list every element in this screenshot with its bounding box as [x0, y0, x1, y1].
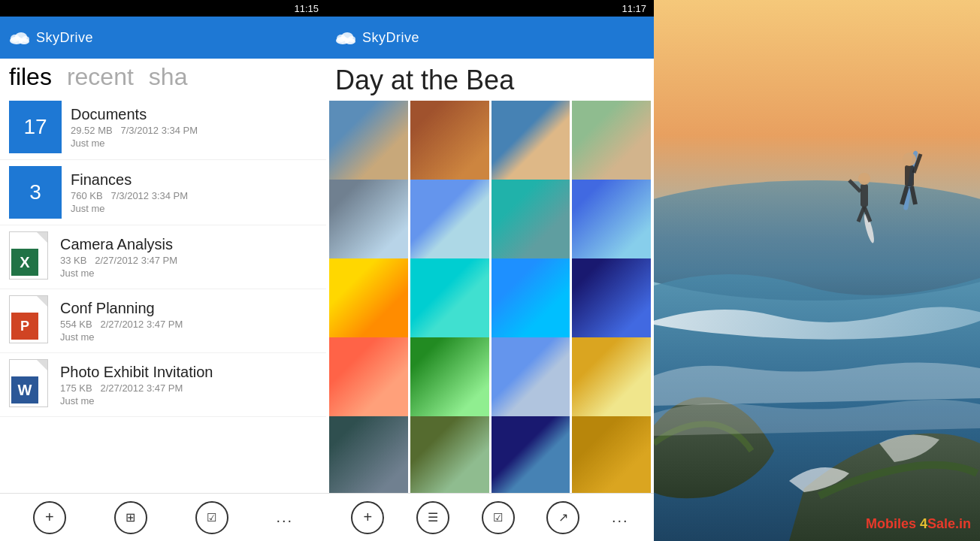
- file-list: 17 Documents 29.52 MB 7/3/2012 3:34 PM J…: [0, 92, 326, 493]
- panel-gallery: 11:17 SkyDrive Day at the Bea: [326, 0, 654, 541]
- file-owner-finances: Just me: [71, 203, 317, 214]
- file-info-camera: Camera Analysis 33 KB 2/27/2012 3:47 PM …: [60, 236, 317, 279]
- photo-thumb-4[interactable]: [572, 101, 651, 180]
- list-view-button[interactable]: ☰: [416, 501, 449, 534]
- file-name-documents: Documents: [71, 106, 317, 123]
- add-button-panel1[interactable]: +: [33, 501, 66, 534]
- photo-thumb-3[interactable]: [492, 101, 570, 180]
- svg-point-14: [858, 173, 870, 185]
- file-owner-exhibit: Just me: [60, 395, 317, 407]
- photo-thumb-1[interactable]: [329, 101, 408, 180]
- file-meta-camera: 33 KB 2/27/2012 3:47 PM: [60, 255, 317, 266]
- list-item[interactable]: P Conf Planning 554 KB 2/27/2012 3:47 PM…: [0, 289, 326, 353]
- file-icon-excel: X: [9, 231, 51, 283]
- file-owner-conf: Just me: [60, 331, 317, 343]
- bottom-toolbar-panel2: + ☰ ☑ ↗ ...: [326, 493, 654, 541]
- file-owner-camera: Just me: [60, 267, 317, 279]
- file-name-camera: Camera Analysis: [60, 236, 317, 253]
- photo-thumb-18[interactable]: [410, 416, 489, 493]
- select-button-panel2[interactable]: ☑: [482, 501, 515, 534]
- file-name-finances: Finances: [71, 171, 317, 189]
- share-button[interactable]: ↗: [546, 501, 579, 534]
- svg-rect-13: [861, 184, 868, 207]
- skydrive-logo-icon: [9, 30, 30, 45]
- file-info-conf: Conf Planning 554 KB 2/27/2012 3:47 PM J…: [60, 300, 317, 343]
- photo-thumb-2[interactable]: [410, 101, 489, 180]
- photo-thumb-5[interactable]: [329, 180, 408, 258]
- photo-thumb-11[interactable]: [492, 258, 570, 337]
- panel-files: 11:15 SkyDrive files recent sha 17 Docum…: [0, 0, 326, 541]
- header-bar-panel1: SkyDrive: [0, 17, 326, 59]
- grid-icon: ⊞: [126, 510, 135, 524]
- list-item[interactable]: 3 Finances 760 KB 7/3/2012 3:34 PM Just …: [0, 160, 326, 225]
- folder-count-finances: 3: [29, 180, 41, 204]
- time-panel2: 11:17: [622, 3, 646, 14]
- more-menu-panel2[interactable]: ...: [612, 509, 629, 526]
- photo-thumb-6[interactable]: [410, 180, 489, 258]
- time-panel1: 11:15: [294, 3, 319, 14]
- file-icon-ppt: P: [9, 295, 51, 346]
- svg-point-9: [348, 36, 355, 42]
- photo-thumb-19[interactable]: [492, 416, 570, 493]
- photo-thumb-15[interactable]: [492, 337, 570, 416]
- photo-thumb-8[interactable]: [572, 180, 651, 258]
- tab-recent[interactable]: recent: [67, 65, 134, 89]
- file-meta-exhibit: 175 KB 2/27/2012 3:47 PM: [60, 382, 317, 394]
- panel-large-photo: Mobiles 4Sale.in: [654, 0, 980, 541]
- list-item[interactable]: X Camera Analysis 33 KB 2/27/2012 3:47 P…: [0, 225, 326, 289]
- grid-view-button[interactable]: ⊞: [114, 501, 147, 534]
- status-bar-panel1: 11:15: [0, 0, 326, 17]
- photo-thumb-12[interactable]: [572, 258, 651, 337]
- nav-tabs: files recent sha: [0, 59, 326, 92]
- svg-point-4: [22, 36, 29, 42]
- svg-point-20: [903, 153, 916, 166]
- photo-thumb-20[interactable]: [572, 416, 651, 493]
- share-icon: ↗: [558, 510, 568, 524]
- photo-grid: [326, 101, 654, 493]
- photo-thumb-10[interactable]: [410, 258, 489, 337]
- beach-scene-svg: [654, 0, 980, 541]
- file-meta-documents: 29.52 MB 7/3/2012 3:34 PM: [71, 125, 317, 136]
- file-name-exhibit: Photo Exhibit Invitation: [60, 364, 317, 381]
- file-info-documents: Documents 29.52 MB 7/3/2012 3:34 PM Just…: [71, 106, 317, 149]
- add-icon-panel2: +: [363, 509, 372, 526]
- svg-rect-19: [905, 165, 914, 186]
- file-name-conf: Conf Planning: [60, 300, 317, 317]
- photo-thumb-14[interactable]: [410, 337, 489, 416]
- check-icon: ☑: [207, 511, 216, 524]
- file-owner-documents: Just me: [71, 138, 317, 149]
- more-menu-panel1[interactable]: ...: [276, 509, 293, 526]
- photo-thumb-9[interactable]: [329, 258, 408, 337]
- status-bar-panel2: 11:17: [326, 0, 654, 17]
- folder-icon-finances: 3: [9, 166, 62, 219]
- gallery-album-title: Day at the Bea: [326, 59, 654, 101]
- add-button-panel2[interactable]: +: [351, 501, 384, 534]
- folder-icon-documents: 17: [9, 101, 62, 153]
- check-icon-panel2: ☑: [493, 511, 503, 524]
- file-icon-word: W: [9, 359, 51, 410]
- add-icon: +: [45, 509, 54, 526]
- folder-count-documents: 17: [23, 115, 47, 139]
- header-bar-panel2: SkyDrive: [326, 17, 654, 59]
- bottom-toolbar-panel1: + ⊞ ☑ ...: [0, 493, 326, 541]
- app-title-panel1: SkyDrive: [36, 30, 93, 46]
- tab-files[interactable]: files: [9, 65, 52, 89]
- file-info-finances: Finances 760 KB 7/3/2012 3:34 PM Just me: [71, 171, 317, 214]
- photo-thumb-13[interactable]: [329, 337, 408, 416]
- large-photo-view: Mobiles 4Sale.in: [654, 0, 980, 541]
- photo-thumb-17[interactable]: [329, 416, 408, 493]
- app-title-panel2: SkyDrive: [362, 30, 419, 46]
- photo-thumb-7[interactable]: [492, 180, 570, 258]
- file-info-exhibit: Photo Exhibit Invitation 175 KB 2/27/201…: [60, 364, 317, 407]
- file-meta-finances: 760 KB 7/3/2012 3:34 PM: [71, 190, 317, 201]
- list-item[interactable]: W Photo Exhibit Invitation 175 KB 2/27/2…: [0, 353, 326, 417]
- list-item[interactable]: 17 Documents 29.52 MB 7/3/2012 3:34 PM J…: [0, 95, 326, 160]
- photo-thumb-16[interactable]: [572, 337, 651, 416]
- list-icon: ☰: [428, 510, 438, 524]
- skydrive-logo-icon-panel2: [335, 30, 356, 45]
- watermark: Mobiles 4Sale.in: [866, 516, 971, 532]
- file-meta-conf: 554 KB 2/27/2012 3:47 PM: [60, 319, 317, 330]
- tab-shared[interactable]: sha: [149, 65, 188, 89]
- select-button-panel1[interactable]: ☑: [195, 501, 228, 534]
- watermark-number: 4: [920, 516, 927, 531]
